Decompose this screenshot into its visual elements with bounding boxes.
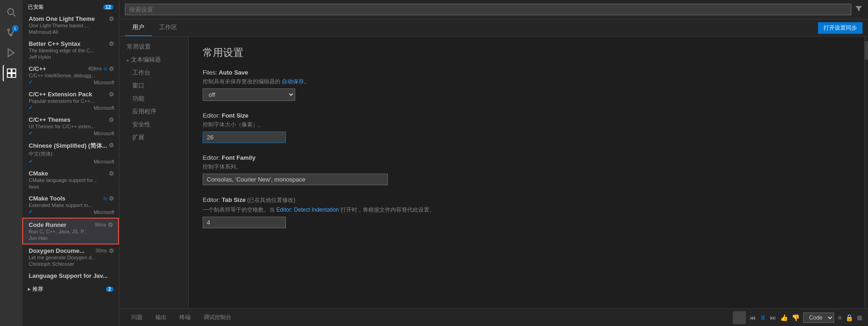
ext-desc-code-runner: Run C, C++, Java, JS, P...: [29, 229, 113, 234]
ext-desc-cpp-themes: UI Themes for C/C++ exten...: [29, 124, 114, 129]
settings-search-input[interactable]: [125, 4, 851, 15]
setting-group-auto-save: Files: Auto Save 控制具有未保存更改的编辑器的 自动保存。 of…: [203, 69, 850, 101]
ext-verified-cpp-ext: ✔: [29, 105, 33, 111]
installed-section-header: 已安装 12: [22, 0, 119, 13]
ext-gear-cmake[interactable]: ⚙: [109, 170, 114, 177]
svg-marker-6: [8, 49, 14, 57]
extension-item-better-cpp[interactable]: Better C++ Syntax ⚙ The bleeding edge of…: [22, 38, 119, 63]
setting-label-font-family: Editor: Font Family: [203, 154, 850, 161]
detect-indentation-link[interactable]: Editor: Detect Indentation: [276, 207, 339, 213]
extension-item-doxygen[interactable]: Doxygen Docume... 30ms ⚙ Let me generate…: [22, 244, 119, 270]
thumbs-up-icon[interactable]: 👍: [780, 314, 788, 321]
ext-gear-code-runner[interactable]: ⚙: [108, 221, 113, 228]
font-family-input[interactable]: [203, 174, 388, 185]
ext-gear-cpp-ext[interactable]: ⚙: [109, 91, 114, 98]
svg-point-0: [7, 9, 13, 15]
ext-copy-cmake-tools[interactable]: ⧉: [104, 196, 107, 201]
pause-button[interactable]: ⏸: [760, 314, 766, 321]
bottom-tab-problems[interactable]: 问题: [125, 311, 149, 324]
extension-item-chinese[interactable]: Chinese (Simplified) (简体... ⚙ 中文(简体) ✔ M…: [22, 139, 119, 167]
nav-item-workbench[interactable]: 工作台: [119, 66, 188, 79]
bottom-tab-terminal[interactable]: 终端: [173, 311, 197, 324]
extension-item-atom-one-light[interactable]: Atom One Light Theme ⚙ One Light Theme b…: [22, 13, 119, 38]
indent-icon[interactable]: ≡: [838, 314, 842, 321]
setting-group-font-size: Editor: Font Size 控制字体大小（像素）。: [203, 112, 850, 143]
main-content: 用户 工作区 打开设置同步 常用设置 ▸ 文本编辑器 工作台 窗口: [119, 0, 868, 326]
ext-verified-cmake-tools: ✔: [29, 209, 33, 215]
ext-verified-cpp: ✔: [29, 79, 33, 85]
ext-name-code-runner: Code Runner: [29, 221, 67, 228]
ext-author-better-cpp: Jeff Hykin: [29, 54, 51, 60]
extension-item-cpp[interactable]: C/C++ 459ms ⧉ ⚙ C/C++ IntelliSense, debu…: [22, 63, 119, 88]
extension-item-cmake-tools[interactable]: CMake Tools ⧉ ⚙ Extended Make support in…: [22, 192, 119, 218]
setting-group-tab-size: Editor: Tab Size (已在其他位置修改) 一个制表符等于的空格数。…: [203, 196, 850, 228]
bottom-bar: 问题 输出 终端 调试控制台 ⏮ ⏸ ⏭ 👍 👎 Code ≡ 🔒: [119, 308, 868, 326]
nav-item-window[interactable]: 窗口: [119, 79, 188, 92]
svg-rect-8: [12, 69, 15, 73]
tab-workspace[interactable]: 工作区: [152, 19, 185, 36]
tab-user[interactable]: 用户: [125, 19, 152, 36]
svg-rect-9: [7, 74, 11, 77]
ext-gear-cpp-themes[interactable]: ⚙: [109, 116, 114, 123]
ext-desc-chinese: 中文(简体): [29, 150, 114, 157]
extension-item-java[interactable]: Language Support for Jav...: [22, 270, 119, 282]
extension-item-cmake[interactable]: CMake ⚙ CMake language support for... tw…: [22, 167, 119, 192]
extension-item-cpp-ext[interactable]: C/C++ Extension Pack ⚙ Popular extension…: [22, 88, 119, 113]
nav-item-extensions[interactable]: 扩展: [119, 131, 188, 144]
nav-item-features[interactable]: 功能: [119, 92, 188, 105]
player-controls: ⏮ ⏸ ⏭: [733, 311, 776, 324]
run-activity-icon[interactable]: [3, 44, 19, 61]
source-control-activity-icon[interactable]: 1: [3, 24, 19, 41]
filter-icon[interactable]: [855, 5, 862, 14]
installed-badge: 12: [103, 5, 113, 10]
ext-name-doxygen: Doxygen Docume...: [29, 247, 85, 254]
font-size-input[interactable]: [203, 132, 286, 143]
ext-gear-atom[interactable]: ⚙: [109, 15, 114, 22]
nav-item-common[interactable]: 常用设置: [119, 40, 188, 53]
auto-save-link[interactable]: 自动保存。: [282, 78, 310, 85]
ext-author-atom: Mahmoud Ali: [29, 29, 58, 35]
prev-track-button[interactable]: ⏮: [750, 314, 756, 321]
ext-gear-chinese[interactable]: ⚙: [109, 142, 114, 149]
source-control-badge: 1: [12, 25, 19, 31]
nav-item-text-editor[interactable]: ▸ 文本编辑器: [119, 53, 188, 66]
scrollbar-track: [864, 37, 868, 308]
svg-line-1: [13, 14, 15, 17]
extensions-activity-icon[interactable]: [3, 65, 19, 82]
extension-item-cpp-themes[interactable]: C/C++ Themes ⚙ UI Themes for C/C++ exten…: [22, 113, 119, 139]
nav-item-security[interactable]: 安全性: [119, 118, 188, 131]
ext-gear-cpp[interactable]: ⚙: [109, 65, 114, 72]
ext-gear-better-cpp[interactable]: ⚙: [109, 40, 114, 47]
ext-desc-doxygen: Let me generate Doxygen d...: [29, 255, 114, 260]
bottom-right: ⏮ ⏸ ⏭ 👍 👎 Code ≡ 🔒 ⊠: [733, 311, 862, 324]
extension-list: Atom One Light Theme ⚙ One Light Theme b…: [22, 13, 119, 326]
layout-icon[interactable]: ⊠: [857, 314, 862, 321]
ext-name-cpp: C/C++: [29, 65, 46, 72]
setting-label-auto-save: Files: Auto Save: [203, 69, 850, 76]
recommended-section-header[interactable]: ▸ 推荐 2: [22, 282, 119, 295]
activity-bar: 1: [0, 0, 22, 326]
settings-panel: 常用设置 Files: Auto Save 控制具有未保存更改的编辑器的 自动保…: [189, 37, 864, 308]
bottom-tab-output[interactable]: 输出: [149, 311, 173, 324]
settings-panel-title: 常用设置: [203, 46, 850, 60]
ext-gear-doxygen[interactable]: ⚙: [109, 247, 114, 254]
setting-group-font-family: Editor: Font Family 控制字体系列。: [203, 154, 850, 185]
bottom-tab-debug-console[interactable]: 调试控制台: [197, 311, 238, 324]
ext-copy-cpp[interactable]: ⧉: [104, 66, 107, 72]
sync-settings-button[interactable]: 打开设置同步: [818, 22, 862, 34]
ext-name-cmake-tools: CMake Tools: [29, 195, 65, 202]
extension-item-code-runner[interactable]: Code Runner 98ms ⚙ Run C, C++, Java, JS,…: [22, 218, 119, 244]
nav-item-application[interactable]: 应用程序: [119, 105, 188, 118]
tab-size-input[interactable]: [203, 217, 286, 228]
ext-desc-cpp-ext: Popular extensions for C++...: [29, 98, 114, 104]
next-track-button[interactable]: ⏭: [770, 314, 776, 321]
ext-name-chinese: Chinese (Simplified) (简体...: [29, 142, 107, 150]
ext-gear-cmake-tools[interactable]: ⚙: [109, 195, 114, 202]
setting-label-tab-size: Editor: Tab Size (已在其他位置修改): [203, 196, 850, 204]
thumbs-down-icon[interactable]: 👎: [792, 314, 800, 321]
scrollbar-thumb[interactable]: [865, 41, 868, 60]
search-activity-icon[interactable]: [3, 4, 19, 20]
setting-label-font-size: Editor: Font Size: [203, 112, 850, 119]
language-select[interactable]: Code: [803, 313, 834, 323]
auto-save-select[interactable]: off afterDelay onFocusChange onWindowCha…: [203, 88, 295, 101]
